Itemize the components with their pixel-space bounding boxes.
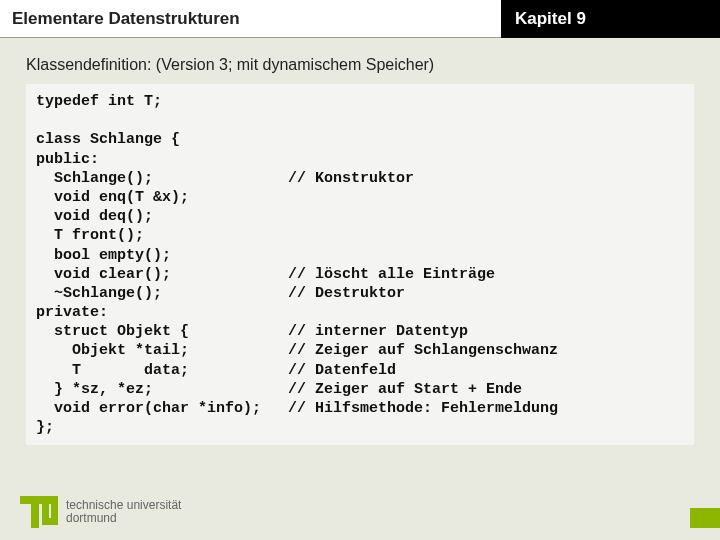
university-name-line2: dortmund xyxy=(66,512,181,525)
code-block: typedef int T; class Schlange { public: … xyxy=(26,84,694,445)
svg-rect-4 xyxy=(42,518,58,525)
header-title-left: Elementare Datenstrukturen xyxy=(0,0,501,38)
slide-content: Klassendefinition: (Version 3; mit dynam… xyxy=(0,38,720,445)
tu-logo-icon xyxy=(20,496,58,528)
header-title-right: Kapitel 9 xyxy=(501,0,720,38)
subtitle: Klassendefinition: (Version 3; mit dynam… xyxy=(26,56,694,74)
page-accent-bar xyxy=(690,508,720,528)
slide-header: Elementare Datenstrukturen Kapitel 9 xyxy=(0,0,720,38)
university-logo: technische universität dortmund xyxy=(20,496,181,528)
university-name: technische universität dortmund xyxy=(66,499,181,524)
slide-footer: technische universität dortmund xyxy=(0,484,720,540)
svg-rect-3 xyxy=(51,496,58,518)
svg-rect-1 xyxy=(31,504,39,528)
svg-rect-2 xyxy=(42,496,49,518)
